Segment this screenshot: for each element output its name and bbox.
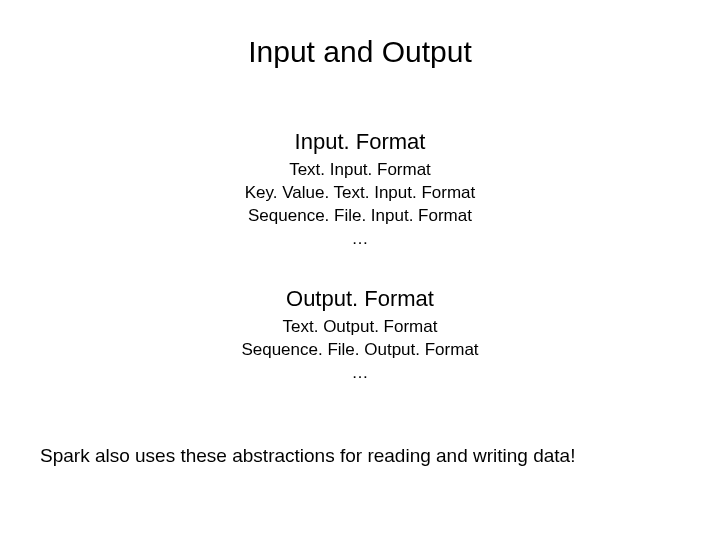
list-item: Text. Input. Format [40,159,680,182]
section-header-output: Output. Format [40,286,680,312]
ellipsis: … [40,228,680,251]
list-item: Text. Output. Format [40,316,680,339]
list-item: Sequence. File. Output. Format [40,339,680,362]
slide-title: Input and Output [40,35,680,69]
list-item: Sequence. File. Input. Format [40,205,680,228]
section-input-format: Input. Format Text. Input. Format Key. V… [40,129,680,251]
section-header-input: Input. Format [40,129,680,155]
section-output-format: Output. Format Text. Output. Format Sequ… [40,286,680,385]
ellipsis: … [40,362,680,385]
section-gap [40,251,680,286]
list-item: Key. Value. Text. Input. Format [40,182,680,205]
footer-note: Spark also uses these abstractions for r… [40,445,680,467]
